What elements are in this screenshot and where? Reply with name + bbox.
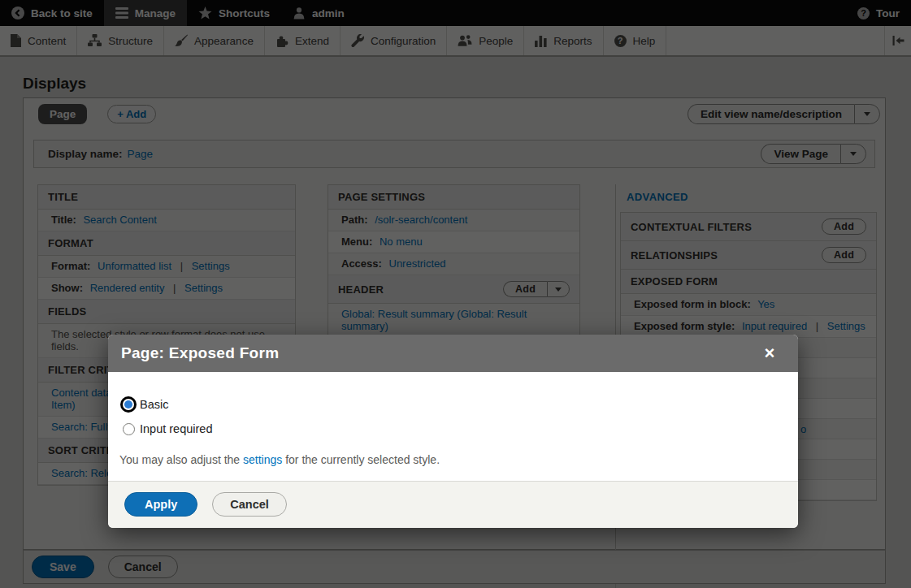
settings-link[interactable]: settings [243, 453, 282, 466]
radio-input-required[interactable] [119, 420, 137, 438]
note-text: for the currently selected style. [282, 453, 440, 466]
close-icon[interactable]: × [759, 344, 780, 362]
radio-basic-label[interactable]: Basic [140, 398, 168, 411]
note-text: You may also adjust the [119, 453, 243, 466]
radio-basic[interactable] [119, 396, 137, 413]
radio-selected-icon [120, 396, 137, 413]
dialog-cancel-button[interactable]: Cancel [212, 492, 287, 517]
radio-unselected-icon [123, 423, 135, 435]
dialog-buttonpane: Apply Cancel [108, 481, 798, 528]
exposed-form-dialog: Page: Exposed Form × Basic Input require… [108, 335, 798, 528]
radio-option-basic: Basic [119, 396, 787, 413]
radio-input-required-label[interactable]: Input required [140, 422, 212, 435]
radio-option-input-required: Input required [119, 420, 787, 438]
dialog-title: Page: Exposed Form [121, 344, 279, 362]
apply-button[interactable]: Apply [124, 492, 197, 517]
dialog-body: Basic Input required You may also adjust… [108, 372, 798, 481]
dialog-note: You may also adjust the settings for the… [119, 453, 787, 481]
dialog-titlebar: Page: Exposed Form × [108, 335, 798, 372]
